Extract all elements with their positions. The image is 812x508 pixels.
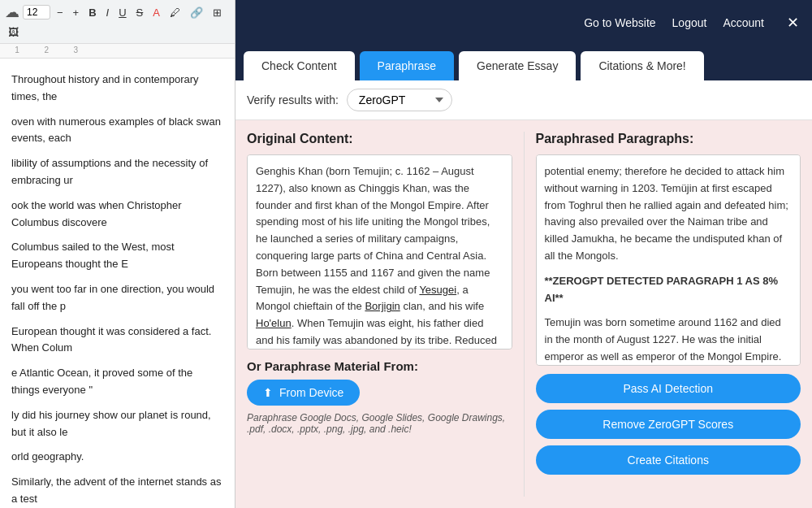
from-device-section: Or Paraphrase Material From: ⬆ From Devi… — [247, 359, 512, 435]
bold-button[interactable]: B — [85, 5, 99, 20]
toolbar: ☁ − + B I U S A 🖊 🔗 ⊞ 🖼 — [0, 0, 235, 44]
file-types-text: Paraphrase Google Docs, Google Slides, G… — [247, 412, 512, 435]
verify-select[interactable]: ZeroGPT GPTZero Copyleaks — [347, 89, 452, 111]
detection-badge: **ZEROGPT DETECTED PARAGRAPH 1 AS 8% AI*… — [545, 273, 793, 307]
original-text: Genghis Khan (born Temujin; c. 1162 – Au… — [256, 165, 497, 350]
tab-generate-essay[interactable]: Generate Essay — [459, 51, 576, 80]
tab-check-content[interactable]: Check Content — [244, 51, 355, 80]
close-button[interactable]: ✕ — [787, 14, 799, 32]
doc-line-7: European thought it was considered a fac… — [11, 323, 223, 358]
verify-label: Verify results with: — [247, 93, 339, 106]
from-device-title: Or Paraphrase Material From: — [247, 359, 512, 373]
text-color-button[interactable]: A — [149, 5, 163, 20]
doc-line-2: oven with numerous examples of black swa… — [11, 114, 223, 148]
doc-line-9: ly did his journey show our planet is ro… — [11, 407, 223, 441]
app-panel: Go to Website Logout Account ✕ Check Con… — [235, 0, 812, 508]
tab-bar: Check Content Paraphrase Generate Essay … — [235, 45, 812, 80]
original-title: Original Content: — [247, 132, 512, 146]
original-text-box[interactable]: Genghis Khan (born Temujin; c. 1162 – Au… — [247, 154, 512, 350]
doc-line-8: e Atlantic Ocean, it proved some of the … — [11, 365, 223, 399]
original-column: Original Content: Genghis Khan (born Tem… — [235, 120, 524, 508]
paraphrased-text-1: potential enemy; therefore he decided to… — [545, 163, 793, 265]
paraphrased-column: Paraphrased Paragraphs: potential enemy;… — [525, 120, 813, 508]
doc-line-1: Throughout history and in contemporary t… — [11, 72, 223, 106]
top-nav: Go to Website Logout Account ✕ — [235, 0, 812, 45]
cloud-icon: ☁ — [5, 3, 19, 21]
doc-line-3: libility of assumptions and the necessit… — [11, 155, 223, 189]
document-content[interactable]: Throughout history and in contemporary t… — [0, 59, 235, 508]
remove-zerogpt-scores-button[interactable]: Remove ZeroGPT Scores — [536, 410, 801, 439]
doc-line-5: Columbus sailed to the West, most Europe… — [11, 239, 223, 273]
create-citations-button[interactable]: Create Citations — [536, 445, 801, 475]
paraphrased-text-2: Temujin was born sometime around 1162 an… — [545, 315, 793, 366]
doc-line-6: you went too far in one direction, you w… — [11, 281, 223, 315]
doc-line-10: orld geography. — [11, 449, 223, 466]
account-link[interactable]: Account — [723, 16, 764, 29]
action-buttons: Pass AI Detection Remove ZeroGPT Scores … — [536, 374, 801, 475]
underline-button[interactable]: U — [115, 5, 129, 20]
link-button[interactable]: 🔗 — [187, 5, 206, 20]
font-plus-button[interactable]: + — [70, 5, 83, 20]
upload-icon: ⬆ — [263, 386, 273, 399]
doc-line-11: Similarly, the advent of the internet st… — [11, 474, 223, 508]
logout-link[interactable]: Logout — [672, 16, 707, 29]
from-device-label: From Device — [279, 386, 343, 399]
tab-paraphrase[interactable]: Paraphrase — [360, 51, 454, 80]
from-device-button[interactable]: ⬆ From Device — [247, 380, 360, 406]
insert-button[interactable]: ⊞ — [209, 5, 225, 20]
doc-line-4: ook the world was when Christopher Colum… — [11, 198, 223, 232]
pass-ai-detection-button[interactable]: Pass AI Detection — [536, 374, 801, 403]
content-area: Original Content: Genghis Khan (born Tem… — [235, 120, 812, 508]
document-editor: ☁ − + B I U S A 🖊 🔗 ⊞ 🖼 1 2 3 Throughout… — [0, 0, 235, 508]
strikethrough-button[interactable]: S — [133, 5, 147, 20]
tab-citations[interactable]: Citations & More! — [581, 51, 703, 80]
verify-bar: Verify results with: ZeroGPT GPTZero Cop… — [235, 80, 812, 120]
paraphrased-text-box[interactable]: potential enemy; therefore he decided to… — [536, 154, 801, 366]
go-to-website-link[interactable]: Go to Website — [584, 16, 655, 29]
italic-button[interactable]: I — [103, 5, 113, 20]
image-button[interactable]: 🖼 — [5, 24, 22, 40]
ruler: 1 2 3 — [0, 44, 235, 59]
paraphrased-title: Paraphrased Paragraphs: — [536, 132, 801, 146]
highlight-button[interactable]: 🖊 — [166, 5, 184, 20]
font-minus-button[interactable]: − — [54, 5, 67, 20]
font-size-input[interactable] — [23, 5, 50, 20]
